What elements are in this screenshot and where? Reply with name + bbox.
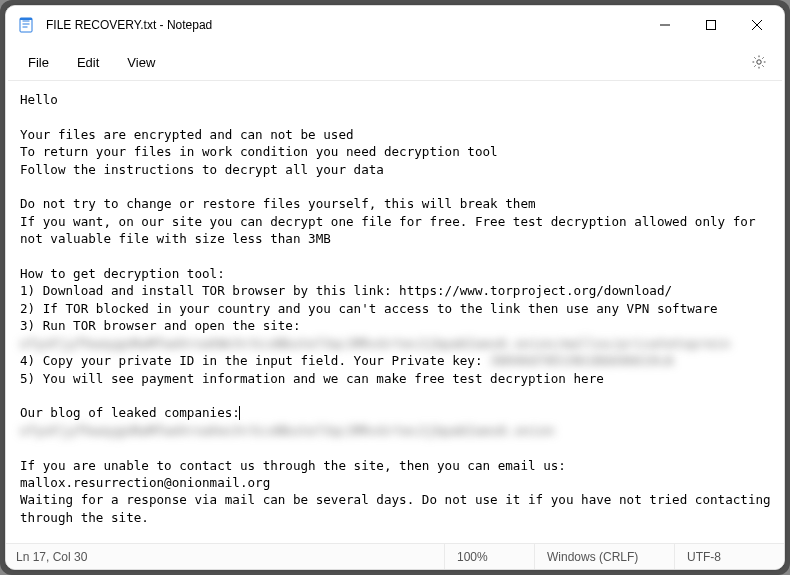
status-position: Ln 17, Col 30: [6, 550, 444, 564]
redacted-blog-url: ofyoFjyfhwaygoRwMfwehroahechrScxNbute73q…: [20, 422, 555, 439]
menu-edit[interactable]: Edit: [63, 49, 113, 76]
svg-rect-6: [707, 21, 716, 30]
doc-line: Follow the instructions to decrypt all y…: [20, 162, 384, 177]
doc-line: To return your files in work condition y…: [20, 144, 498, 159]
statusbar: Ln 17, Col 30 100% Windows (CRLF) UTF-8: [6, 543, 784, 569]
redacted-private-key: 38046d78519b18b646619cA: [490, 352, 674, 369]
doc-line: Your files are encrypted and can not be …: [20, 127, 354, 142]
settings-button[interactable]: [742, 47, 776, 77]
doc-line: Do not try to change or restore files yo…: [20, 196, 536, 211]
text-caret: [239, 406, 240, 420]
doc-line: 3) Run TOR browser and open the site:: [20, 318, 301, 333]
svg-rect-4: [20, 18, 32, 20]
doc-line: 1) Download and install TOR browser by t…: [20, 283, 672, 298]
svg-rect-0: [20, 18, 32, 32]
minimize-button[interactable]: [642, 9, 688, 41]
doc-line: Waiting for a response via mail can be s…: [20, 492, 778, 524]
close-button[interactable]: [734, 9, 780, 41]
menubar: File Edit View: [6, 44, 784, 80]
doc-line: If you are unable to contact us through …: [20, 458, 574, 490]
menu-file[interactable]: File: [14, 49, 63, 76]
titlebar[interactable]: FILE RECOVERY.txt - Notepad: [6, 6, 784, 44]
status-encoding: UTF-8: [674, 544, 784, 569]
menu-view[interactable]: View: [113, 49, 169, 76]
status-eol: Windows (CRLF): [534, 544, 674, 569]
maximize-button[interactable]: [688, 9, 734, 41]
doc-line: 4) Copy your private ID in the input fie…: [20, 353, 490, 368]
status-zoom: 100%: [444, 544, 534, 569]
doc-line: Our blog of leaked companies:: [20, 405, 240, 420]
notepad-icon: [18, 17, 34, 33]
doc-line: If you want, on our site you can decrypt…: [20, 214, 763, 246]
notepad-window: FILE RECOVERY.txt - Notepad File Edit Vi…: [5, 5, 785, 570]
text-area[interactable]: Hello Your files are encrypted and can n…: [6, 81, 784, 543]
svg-point-9: [757, 60, 761, 64]
doc-line: How to get decryption tool:: [20, 266, 225, 281]
doc-line: Hello: [20, 92, 58, 107]
redacted-onion-url: ofyoFjyfhwaygoRwMfwehroahWchrScxNbute73q…: [20, 335, 730, 352]
window-title: FILE RECOVERY.txt - Notepad: [46, 18, 212, 32]
doc-line: 2) If TOR blocked in your country and yo…: [20, 301, 718, 316]
doc-line: 5) You will see payment information and …: [20, 371, 604, 386]
